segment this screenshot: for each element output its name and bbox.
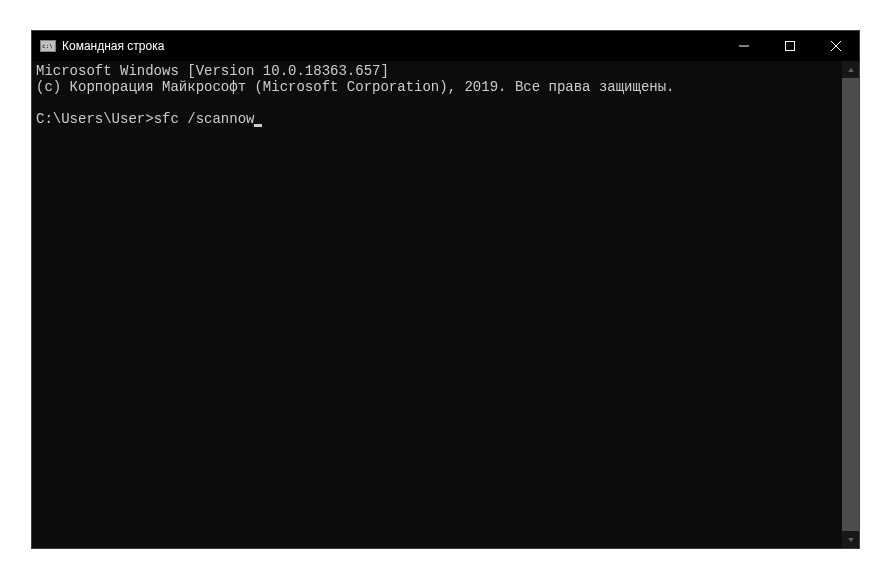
- scroll-thumb[interactable]: [842, 78, 859, 531]
- maximize-icon: [785, 41, 795, 51]
- chevron-down-icon: [847, 536, 855, 544]
- scroll-down-button[interactable]: [842, 531, 859, 548]
- minimize-icon: [739, 41, 749, 51]
- terminal-command: sfc /scannow: [154, 111, 255, 127]
- cmd-icon: [40, 40, 56, 52]
- terminal-body: Microsoft Windows [Version 10.0.18363.65…: [32, 61, 859, 548]
- titlebar[interactable]: Командная строка: [32, 31, 859, 61]
- minimize-button[interactable]: [721, 31, 767, 61]
- terminal-content[interactable]: Microsoft Windows [Version 10.0.18363.65…: [32, 61, 842, 548]
- chevron-up-icon: [847, 66, 855, 74]
- command-prompt-window: Командная строка Microsoft Windows: [31, 30, 860, 549]
- svg-rect-1: [786, 42, 795, 51]
- close-button[interactable]: [813, 31, 859, 61]
- terminal-cursor: [254, 124, 262, 127]
- window-title: Командная строка: [62, 39, 164, 53]
- close-icon: [831, 41, 841, 51]
- vertical-scrollbar[interactable]: [842, 61, 859, 548]
- scroll-track[interactable]: [842, 78, 859, 531]
- window-controls: [721, 31, 859, 61]
- scroll-up-button[interactable]: [842, 61, 859, 78]
- maximize-button[interactable]: [767, 31, 813, 61]
- terminal-line-version: Microsoft Windows [Version 10.0.18363.65…: [36, 63, 389, 79]
- titlebar-left: Командная строка: [40, 39, 164, 53]
- terminal-prompt: C:\Users\User>: [36, 111, 154, 127]
- terminal-line-copyright: (c) Корпорация Майкрософт (Microsoft Cor…: [36, 79, 675, 95]
